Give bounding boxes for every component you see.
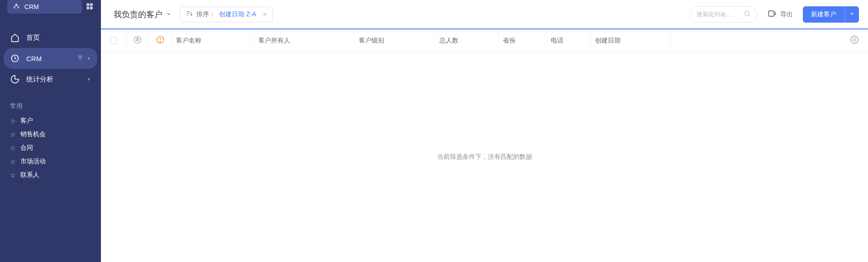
- th-province[interactable]: 省份: [498, 29, 546, 52]
- new-dropdown-button[interactable]: [844, 6, 859, 23]
- view-title-label: 我负责的客户: [114, 9, 162, 20]
- main-content: 我负责的客户 排序： 创建日期 Z-A ✕: [101, 0, 868, 262]
- star-icon: ☆: [10, 144, 16, 152]
- home-icon: [10, 33, 20, 42]
- recycle-icon: [13, 3, 20, 11]
- svg-line-12: [749, 15, 750, 16]
- star-icon: ☆: [10, 131, 16, 138]
- nav-item-crm[interactable]: CRM: [4, 48, 97, 69]
- new-label: 新建客户: [811, 10, 836, 19]
- new-button-group: 新建客户: [803, 6, 859, 23]
- close-icon[interactable]: ✕: [262, 11, 267, 18]
- favorite-item-contact[interactable]: ☆ 联系人: [0, 168, 101, 182]
- pie-icon: [10, 75, 20, 84]
- svg-point-17: [160, 41, 161, 42]
- th-phone[interactable]: 电话: [546, 29, 591, 52]
- favorite-label: 销售机会: [20, 130, 46, 138]
- select-all-checkbox[interactable]: [110, 37, 117, 44]
- th-name[interactable]: 客户名称: [172, 29, 254, 52]
- th-warning[interactable]: [149, 29, 172, 52]
- svg-point-18: [854, 39, 856, 41]
- favorite-item-contract[interactable]: ☆ 合同: [0, 141, 101, 155]
- star-icon: ☆: [10, 171, 16, 179]
- table-header: 客户名称 客户所有人 客户级别 总人数 省份 电话 创建日期: [101, 29, 868, 52]
- th-checkbox[interactable]: [101, 29, 126, 52]
- gear-icon: [850, 35, 859, 46]
- svg-rect-0: [86, 3, 89, 6]
- favorite-label: 联系人: [20, 171, 39, 179]
- clock-icon: [10, 54, 20, 63]
- favorite-label: 市场活动: [20, 157, 46, 166]
- brand-label: CRM: [24, 3, 39, 10]
- sort-prefix: 排序：: [196, 10, 215, 19]
- nav-list: 首页 CRM 统计分: [0, 23, 101, 90]
- favorite-label: 合同: [20, 144, 33, 152]
- svg-rect-2: [86, 6, 89, 9]
- sidebar-brand-pill[interactable]: CRM: [7, 0, 82, 14]
- th-settings[interactable]: [670, 29, 868, 52]
- empty-state: 当前筛选条件下，没有匹配的数据: [101, 52, 868, 262]
- chevron-right-icon: [86, 55, 91, 62]
- export-label: 导出: [780, 10, 793, 19]
- th-count[interactable]: 总人数: [435, 29, 498, 52]
- sort-value: 创建日期 Z-A: [219, 10, 256, 19]
- th-owner[interactable]: 客户所有人: [254, 29, 354, 52]
- chevron-down-icon: [166, 10, 172, 19]
- dollar-icon: [133, 35, 142, 46]
- nav-item-analytics[interactable]: 统计分析: [4, 69, 97, 90]
- app-grid-icon[interactable]: [86, 2, 94, 12]
- new-customer-button[interactable]: 新建客户: [803, 6, 844, 23]
- sidebar: CRM 首页 CRM: [0, 0, 101, 262]
- nav-item-home[interactable]: 首页: [4, 27, 97, 48]
- svg-rect-13: [769, 11, 774, 16]
- th-created[interactable]: 创建日期: [591, 29, 670, 52]
- favorites-list: ☆ 客户 ☆ 销售机会 ☆ 合同 ☆ 市场活动 ☆ 联系人: [0, 114, 101, 182]
- th-level[interactable]: 客户级别: [354, 29, 435, 52]
- export-icon: [768, 9, 777, 19]
- chevron-down-icon: [849, 11, 855, 18]
- sort-icon: [186, 10, 193, 19]
- favorite-item-opportunity[interactable]: ☆ 销售机会: [0, 128, 101, 141]
- toolbar: 我负责的客户 排序： 创建日期 Z-A ✕: [101, 0, 868, 29]
- svg-point-11: [745, 11, 749, 15]
- svg-rect-1: [90, 3, 93, 6]
- warning-icon: [156, 35, 165, 46]
- search-icon: [744, 10, 751, 19]
- star-icon: ☆: [10, 158, 16, 165]
- search-input[interactable]: [696, 11, 744, 18]
- svg-rect-3: [90, 6, 93, 9]
- nav-label: CRM: [26, 55, 42, 62]
- view-selector[interactable]: 我负责的客户: [114, 9, 172, 20]
- search-input-wrap[interactable]: [690, 6, 758, 23]
- favorite-item-campaign[interactable]: ☆ 市场活动: [0, 155, 101, 168]
- th-currency[interactable]: [126, 29, 149, 52]
- sidebar-brand-row: CRM: [0, 0, 101, 14]
- favorite-item-customer[interactable]: ☆ 客户: [0, 114, 101, 128]
- filter-icon: [76, 54, 84, 63]
- favorites-header: 常用: [0, 94, 101, 114]
- export-button[interactable]: 导出: [766, 9, 795, 19]
- empty-message: 当前筛选条件下，没有匹配的数据: [437, 153, 532, 161]
- favorite-label: 客户: [20, 117, 33, 125]
- nav-label: 首页: [26, 33, 40, 42]
- chevron-right-icon: [86, 76, 91, 83]
- star-icon: ☆: [10, 117, 16, 124]
- sort-chip[interactable]: 排序： 创建日期 Z-A ✕: [180, 7, 273, 22]
- nav-label: 统计分析: [26, 75, 53, 84]
